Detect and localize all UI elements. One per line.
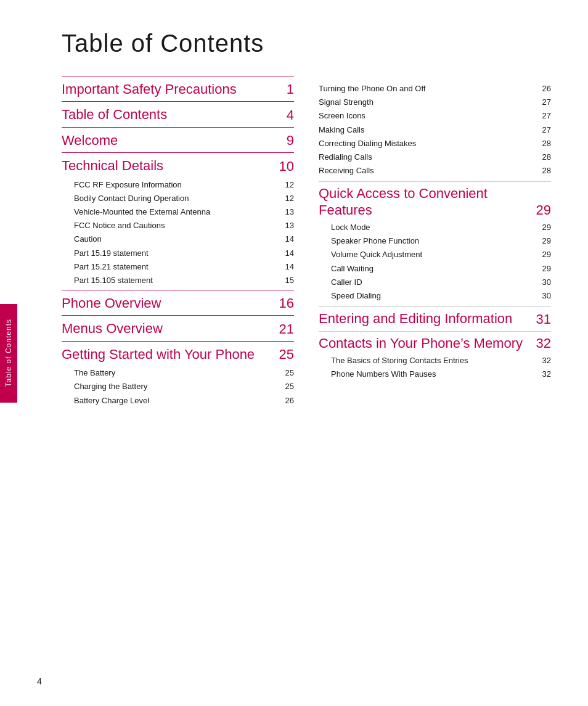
list-item: The Battery 25: [62, 366, 294, 380]
section-heading-contacts: Contacts in Your Phone’s Memory 32: [319, 335, 551, 351]
list-item: Making Calls 27: [319, 123, 551, 137]
sub-entry-text: Caution: [74, 234, 277, 245]
sub-entry-text: Charging the Battery: [74, 381, 277, 392]
sub-entry-num: 29: [534, 223, 551, 232]
list-item: Volume Quick Adjustment 29: [319, 248, 551, 261]
sub-entry-num: 28: [534, 166, 551, 175]
sub-entry-text: Part 15.105 statement: [74, 275, 277, 286]
page-number: 4: [37, 676, 42, 686]
sub-entry-num: 29: [534, 250, 551, 259]
sub-entry-num: 27: [534, 125, 551, 134]
list-item: Charging the Battery 25: [62, 380, 294, 393]
section-heading-entering-editing-num: 31: [533, 311, 551, 327]
sub-entry-num: 26: [277, 396, 294, 405]
page-title: Table of Contents: [62, 30, 551, 57]
list-item: Bodily Contact During Operation 12: [62, 192, 294, 205]
section-heading-quick-access-num: 29: [533, 202, 551, 218]
sub-entry-num: 13: [277, 207, 294, 216]
sub-entry-num: 27: [534, 111, 551, 120]
section-menus-overview: Menus Overview 21: [62, 315, 294, 337]
sub-entry-text: Phone Numbers With Pauses: [331, 369, 534, 380]
sub-entry-text: Lock Mode: [331, 222, 534, 233]
section-safety: Important Safety Precautions 1: [62, 76, 294, 97]
section-heading-entering-editing-text: Entering and Editing Information: [319, 311, 533, 327]
section-getting-started-continued: Turning the Phone On and Off 26 Signal S…: [319, 82, 551, 178]
sub-entry-num: 28: [534, 152, 551, 162]
list-item: Call Waiting 29: [319, 262, 551, 276]
list-item: Speaker Phone Function 29: [319, 234, 551, 248]
section-entering-editing: Entering and Editing Information 31: [319, 306, 551, 327]
sub-entry-text: FCC RF Exposure Information: [74, 179, 277, 191]
sub-entry-num: 25: [277, 368, 294, 377]
sub-entry-text: Turning the Phone On and Off: [319, 83, 534, 94]
left-column: Important Safety Precautions 1 Table of …: [62, 76, 294, 410]
list-item: Receiving Calls 28: [319, 164, 551, 178]
sub-entry-num: 28: [534, 139, 551, 148]
sub-entry-text: The Basics of Storing Contacts Entries: [331, 355, 534, 366]
list-item: FCC RF Exposure Information 12: [62, 178, 294, 192]
list-item: The Basics of Storing Contacts Entries 3…: [319, 354, 551, 367]
section-heading-toc-text: Table of Contents: [62, 107, 276, 123]
sub-entry-text: Speaker Phone Function: [331, 236, 534, 247]
section-welcome: Welcome 9: [62, 127, 294, 149]
section-heading-safety: Important Safety Precautions 1: [62, 81, 294, 97]
section-technical: Technical Details 10 FCC RF Exposure Inf…: [62, 152, 294, 287]
sub-entry-text: Part 15.19 statement: [74, 248, 277, 259]
list-item: Caller ID 30: [319, 276, 551, 289]
list-item: Redialing Calls 28: [319, 150, 551, 164]
sub-entry-num: 26: [534, 84, 551, 93]
section-heading-safety-num: 1: [276, 81, 294, 97]
side-tab-label: Table of Contents: [4, 319, 13, 387]
sub-entry-num: 12: [277, 194, 294, 203]
section-heading-contacts-text: Contacts in Your Phone’s Memory: [319, 335, 533, 351]
list-item: Vehicle-Mounted the External Antenna 13: [62, 205, 294, 219]
list-item: FCC Notice and Cautions 13: [62, 219, 294, 232]
sub-entry-text: Battery Charge Level: [74, 395, 277, 406]
columns-container: Important Safety Precautions 1 Table of …: [62, 76, 551, 410]
right-column: Turning the Phone On and Off 26 Signal S…: [319, 76, 551, 410]
sub-entry-text: Part 15.21 statement: [74, 261, 277, 273]
section-phone-overview: Phone Overview 16: [62, 290, 294, 311]
section-heading-getting-started-text: Getting Started with Your Phone: [62, 347, 276, 363]
sub-entry-num: 14: [277, 262, 294, 271]
section-heading-menus-overview: Menus Overview 21: [62, 321, 294, 337]
sub-entry-num: 32: [534, 369, 551, 379]
list-item: Lock Mode 29: [319, 221, 551, 234]
sub-entry-text: Vehicle-Mounted the External Antenna: [74, 207, 277, 218]
section-getting-started: Getting Started with Your Phone 25 The B…: [62, 341, 294, 408]
section-heading-welcome-text: Welcome: [62, 133, 276, 149]
section-heading-technical-text: Technical Details: [62, 158, 276, 174]
section-toc: Table of Contents 4: [62, 101, 294, 123]
sub-entry-num: 29: [534, 264, 551, 273]
list-item: Phone Numbers With Pauses 32: [319, 367, 551, 381]
section-quick-access: Quick Access to Convenient Features 29 L…: [319, 181, 551, 303]
sub-entry-text: Screen Icons: [319, 110, 534, 121]
sub-entry-text: Correcting Dialing Mistakes: [319, 138, 534, 149]
sub-entry-text: FCC Notice and Cautions: [74, 220, 277, 231]
sub-entry-text: The Battery: [74, 367, 277, 379]
page-container: Table of Contents 4 Table of Contents Im…: [0, 0, 588, 706]
section-heading-menus-overview-text: Menus Overview: [62, 321, 276, 337]
sub-entry-text: Redialing Calls: [319, 152, 534, 163]
sub-entry-num: 13: [277, 221, 294, 230]
section-heading-technical: Technical Details 10: [62, 158, 294, 174]
sub-entry-num: 14: [277, 234, 294, 244]
sub-entry-text: Receiving Calls: [319, 165, 534, 176]
sub-entry-text: Making Calls: [319, 125, 534, 136]
list-item: Part 15.105 statement 15: [62, 274, 294, 287]
sub-entry-num: 25: [277, 382, 294, 391]
section-heading-getting-started: Getting Started with Your Phone 25: [62, 347, 294, 363]
sub-entry-num: 14: [277, 248, 294, 258]
section-heading-phone-overview: Phone Overview 16: [62, 295, 294, 311]
sub-entry-num: 27: [534, 97, 551, 107]
sub-entry-num: 15: [277, 276, 294, 285]
sub-entry-num: 30: [534, 291, 551, 300]
section-heading-phone-overview-num: 16: [276, 295, 294, 311]
section-heading-quick-access: Quick Access to Convenient Features 29: [319, 186, 551, 218]
section-contacts: Contacts in Your Phone’s Memory 32 The B…: [319, 331, 551, 382]
side-tab: Table of Contents: [0, 304, 17, 403]
list-item: Battery Charge Level 26: [62, 394, 294, 408]
sub-entry-num: 32: [534, 356, 551, 365]
section-heading-contacts-num: 32: [533, 335, 551, 351]
sub-entry-text: Call Waiting: [331, 263, 534, 274]
